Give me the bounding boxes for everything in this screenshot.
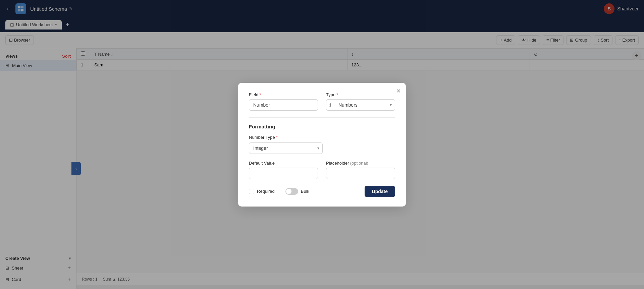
placeholder-input[interactable] [326, 168, 395, 179]
placeholder-optional: (optional) [350, 161, 368, 166]
modal-field-name: Field * [249, 92, 318, 111]
type-label: Type * [326, 92, 395, 97]
field-edit-modal: × Field * Type * ℹ Numbers Te [238, 83, 406, 207]
field-name-input[interactable] [249, 99, 318, 111]
type-select[interactable]: Numbers Text Date [326, 99, 395, 111]
number-type-select[interactable]: Integer Decimal Percentage Currency [249, 142, 323, 154]
update-button[interactable]: Update [365, 186, 395, 197]
number-type-required-star: * [276, 135, 278, 140]
type-select-wrap: ℹ Numbers Text Date ▾ [326, 99, 395, 111]
toggle-knob [286, 189, 291, 194]
info-icon: ℹ [329, 102, 331, 108]
default-placeholder-row: Default Value Placeholder (optional) [249, 161, 395, 179]
formatting-title: Formatting [249, 124, 395, 129]
number-type-wrap: Integer Decimal Percentage Currency ▾ [249, 142, 323, 154]
modal-close-button[interactable]: × [396, 88, 400, 94]
number-type-label: Number Type * [249, 135, 395, 140]
default-value-field: Default Value [249, 161, 318, 179]
divider [249, 117, 395, 118]
default-value-label: Default Value [249, 161, 318, 166]
type-required-star: * [336, 92, 338, 97]
default-value-input[interactable] [249, 168, 318, 179]
placeholder-label: Placeholder (optional) [326, 161, 395, 166]
bulk-toggle[interactable] [285, 188, 298, 195]
modal-bottom-row: Required Bulk Update [249, 186, 395, 197]
modal-overlay[interactable]: × Field * Type * ℹ Numbers Te [0, 0, 644, 289]
modal-field-type-row: Field * Type * ℹ Numbers Text Date [249, 92, 395, 111]
required-checkbox[interactable] [249, 189, 254, 194]
placeholder-field: Placeholder (optional) [326, 161, 395, 179]
bulk-toggle-label: Bulk [285, 188, 309, 195]
required-checkbox-label[interactable]: Required [249, 189, 275, 194]
field-label: Field * [249, 92, 318, 97]
field-required-star: * [259, 92, 261, 97]
modal-type-field: Type * ℹ Numbers Text Date ▾ [326, 92, 395, 111]
